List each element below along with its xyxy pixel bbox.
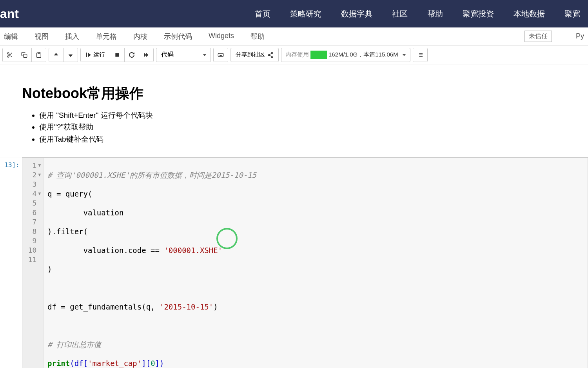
copy-button[interactable]: [17, 48, 32, 62]
svg-line-3: [11, 55, 12, 57]
svg-line-19: [270, 53, 272, 55]
nav-help[interactable]: 帮助: [427, 9, 443, 19]
notebook-container: Notebook常用操作 使用 "Shift+Enter" 运行每个代码块 使用…: [0, 64, 588, 368]
svg-point-15: [271, 52, 273, 54]
md-heading: Notebook常用操作: [22, 84, 588, 103]
run-group: 运行: [80, 48, 154, 62]
share-button[interactable]: 分享到社区: [230, 48, 279, 62]
svg-line-4: [9, 54, 10, 55]
cell-type-select[interactable]: 代码: [156, 48, 211, 62]
kernel-divider: [564, 31, 564, 42]
code-area[interactable]: 1▼ 2▼ 3▼ 4▼ 5▼ 6▼ 7▼ 8▼ 9▼ 10▼ 11▼ # 查询'…: [22, 157, 588, 368]
menu-view[interactable]: 视图: [34, 32, 49, 41]
menu-cell[interactable]: 单元格: [96, 32, 117, 41]
move-down-button[interactable]: [64, 48, 78, 62]
svg-rect-8: [115, 53, 119, 56]
svg-point-0: [7, 53, 9, 54]
md-list: 使用 "Shift+Enter" 运行每个代码块 使用"?"获取帮助 使用Tab…: [22, 109, 588, 145]
toolbar: 运行 代码 分享到社区 内存使用 162M/1.0G，本篇115.06M: [0, 46, 588, 64]
svg-rect-6: [38, 52, 40, 53]
kernel-indicator[interactable]: Py: [576, 32, 584, 40]
move-group: [49, 48, 78, 62]
svg-rect-7: [86, 53, 87, 57]
menu-insert[interactable]: 插入: [65, 32, 79, 41]
nav-strategy[interactable]: 策略研究: [290, 9, 321, 19]
menu-widgets[interactable]: Widgets: [209, 32, 234, 41]
menu-items: 编辑 视图 插入 单元格 内核 示例代码 Widgets 帮助: [4, 32, 265, 41]
logo: ant: [0, 7, 19, 21]
md-item-1: 使用 "Shift+Enter" 运行每个代码块: [39, 109, 588, 121]
nav-links: 首页 策略研究 数据字典 社区 帮助 聚宽投资 本地数据 聚宽: [255, 9, 588, 19]
nav-local-data[interactable]: 本地数据: [514, 9, 545, 19]
svg-rect-9: [218, 53, 223, 56]
svg-line-18: [270, 55, 272, 56]
memory-usage[interactable]: 内存使用 162M/1.0G，本篇115.06M: [281, 48, 410, 62]
svg-rect-5: [24, 54, 27, 58]
md-item-2: 使用"?"获取帮助: [39, 121, 588, 133]
menu-help[interactable]: 帮助: [250, 32, 265, 41]
svg-point-17: [271, 56, 273, 57]
menu-examples[interactable]: 示例代码: [164, 32, 192, 41]
nav-invest[interactable]: 聚宽投资: [463, 9, 494, 19]
cut-button[interactable]: [3, 48, 17, 62]
svg-point-16: [268, 54, 270, 56]
toc-group: [413, 48, 428, 62]
restart-button[interactable]: [125, 48, 139, 62]
nav-home[interactable]: 首页: [255, 9, 270, 19]
run-button[interactable]: 运行: [81, 48, 110, 62]
line-gutter: 1▼ 2▼ 3▼ 4▼ 5▼ 6▼ 7▼ 8▼ 9▼ 10▼ 11▼: [22, 158, 44, 368]
nav-community[interactable]: 社区: [392, 9, 408, 19]
share-icon: [267, 52, 274, 58]
cell-prompt: 13]:: [0, 157, 22, 368]
trust-button[interactable]: 未信任: [524, 31, 552, 42]
toc-button[interactable]: [413, 48, 427, 62]
share-label: 分享到社区: [236, 51, 265, 58]
code-content[interactable]: # 查询'000001.XSHE'的所有市值数据，时间是2015-10-15 q…: [44, 158, 588, 368]
run-all-button[interactable]: [139, 48, 153, 62]
paste-button[interactable]: [32, 48, 46, 62]
clipboard-group: [2, 48, 46, 62]
mem-text: 162M/1.0G，本篇115.06M: [328, 51, 398, 58]
mem-label: 内存使用: [285, 51, 309, 58]
stop-button[interactable]: [110, 48, 125, 62]
command-palette-button[interactable]: [214, 48, 228, 62]
nav-joinquant[interactable]: 聚宽: [564, 9, 580, 19]
top-navigation: ant 首页 策略研究 数据字典 社区 帮助 聚宽投资 本地数据 聚宽: [0, 0, 588, 27]
nav-data-dict[interactable]: 数据字典: [341, 9, 372, 19]
move-up-button[interactable]: [49, 48, 64, 62]
md-item-3: 使用Tab键补全代码: [39, 133, 588, 145]
mem-bar: [310, 51, 327, 59]
run-label: 运行: [93, 51, 105, 58]
cell-type-value: 代码: [161, 51, 174, 59]
svg-point-1: [7, 56, 9, 57]
menu-kernel[interactable]: 内核: [133, 32, 147, 41]
code-cell-1[interactable]: 13]: 1▼ 2▼ 3▼ 4▼ 5▼ 6▼ 7▼ 8▼ 9▼ 10▼ 11▼ …: [0, 157, 588, 368]
markdown-cell[interactable]: Notebook常用操作 使用 "Shift+Enter" 运行每个代码块 使用…: [0, 64, 588, 157]
menu-right: 未信任 Py: [524, 31, 584, 42]
menu-edit[interactable]: 编辑: [4, 32, 18, 41]
command-palette-group: [213, 48, 228, 62]
menu-bar: 编辑 视图 插入 单元格 内核 示例代码 Widgets 帮助 未信任 Py: [0, 27, 588, 46]
